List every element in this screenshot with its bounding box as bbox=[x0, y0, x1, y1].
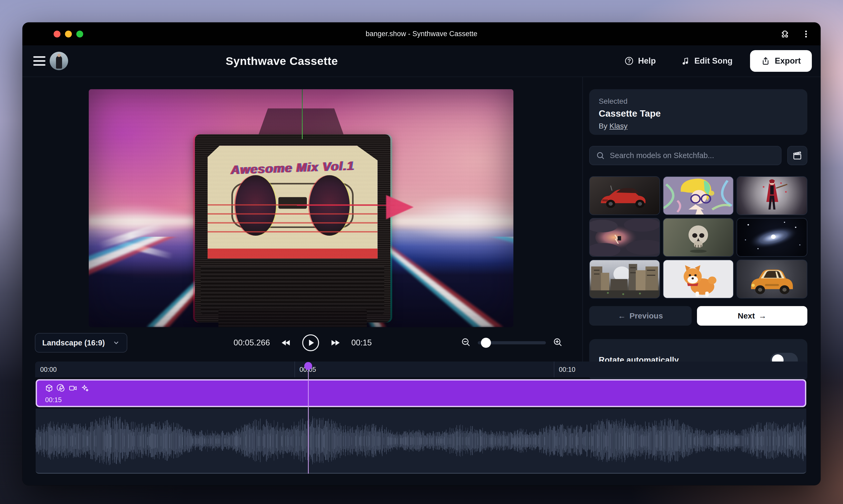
cube-icon bbox=[45, 384, 53, 392]
zoom-out-icon[interactable] bbox=[461, 337, 471, 348]
spiral-icon bbox=[57, 384, 65, 392]
ruler-tick-label: 00:00 bbox=[40, 366, 57, 373]
timeline-ruler[interactable]: 00:0000:0500:10 bbox=[35, 361, 807, 377]
model-sidebar: Selected Cassette Tape By Klasy ← Previo… bbox=[589, 77, 807, 361]
fast-forward-button[interactable] bbox=[330, 338, 341, 348]
model-clip[interactable]: 00:15 bbox=[36, 379, 806, 407]
rewind-button[interactable] bbox=[280, 338, 291, 348]
next-page-button[interactable]: Next → bbox=[697, 306, 808, 326]
music-note-icon bbox=[681, 56, 690, 66]
model-thumbnail[interactable] bbox=[737, 218, 807, 257]
edit-song-button[interactable]: Edit Song bbox=[681, 56, 733, 66]
model-thumbnail[interactable] bbox=[737, 176, 807, 215]
audio-waveform-track[interactable] bbox=[36, 409, 806, 474]
previous-page-button[interactable]: ← Previous bbox=[589, 306, 692, 326]
selected-model-panel: Selected Cassette Tape By Klasy bbox=[589, 89, 807, 135]
search-icon bbox=[596, 151, 605, 160]
maximize-window-button[interactable] bbox=[76, 31, 83, 37]
clip-track-icons bbox=[45, 384, 89, 392]
selected-model-name: Cassette Tape bbox=[599, 108, 798, 119]
total-duration: 00:15 bbox=[351, 338, 372, 347]
clip-duration-label: 00:15 bbox=[45, 396, 62, 404]
clapperboard-icon bbox=[792, 150, 803, 161]
sparkles-icon bbox=[81, 384, 89, 392]
zoom-in-icon[interactable] bbox=[553, 337, 563, 348]
browser-titlebar: banger.show - Synthwave Cassette bbox=[22, 22, 821, 46]
traffic-lights bbox=[22, 31, 83, 37]
author-link[interactable]: Klasy bbox=[609, 122, 627, 130]
close-window-button[interactable] bbox=[54, 31, 61, 37]
ruler-tick-line bbox=[554, 361, 554, 377]
playhead-handle[interactable] bbox=[304, 362, 312, 370]
timeline-zoom-slider[interactable] bbox=[478, 341, 546, 344]
my-models-button[interactable] bbox=[787, 146, 807, 165]
model-thumbnail[interactable] bbox=[589, 260, 660, 299]
ruler-tick-label: 00:10 bbox=[559, 366, 575, 373]
export-button[interactable]: Export bbox=[750, 50, 812, 72]
ruler-tick-line bbox=[294, 361, 295, 377]
playback-controls: Landscape (16:9) 00:05.266 00:15 bbox=[22, 333, 582, 353]
3d-viewport[interactable]: Awesome Mix Vol.1 bbox=[89, 89, 513, 327]
video-camera-icon bbox=[69, 384, 77, 392]
model-thumbnail[interactable] bbox=[663, 260, 734, 299]
arrow-right-icon: → bbox=[758, 311, 767, 320]
search-input[interactable] bbox=[610, 151, 775, 160]
chevron-down-icon bbox=[113, 339, 120, 346]
share-upload-icon bbox=[761, 56, 770, 66]
model-search-box[interactable] bbox=[589, 146, 781, 165]
project-title: Synthwave Cassette bbox=[226, 55, 338, 68]
app-header: Synthwave Cassette Help Edit Song Export bbox=[22, 46, 821, 77]
model-thumbnail[interactable] bbox=[737, 260, 807, 299]
model-thumbnail[interactable] bbox=[589, 176, 660, 215]
zoom-slider-knob[interactable] bbox=[481, 338, 491, 348]
sidebar-divider bbox=[582, 77, 583, 361]
model-thumbnail[interactable] bbox=[663, 176, 734, 215]
browser-menu-kebab-icon[interactable] bbox=[802, 30, 810, 38]
aspect-ratio-dropdown[interactable]: Landscape (16:9) bbox=[35, 333, 127, 353]
timeline: 00:0000:0500:10 00:15 bbox=[35, 361, 807, 474]
help-circle-icon bbox=[624, 56, 634, 66]
current-time: 00:05.266 bbox=[234, 338, 270, 347]
minimize-window-button[interactable] bbox=[65, 31, 72, 37]
help-button[interactable]: Help bbox=[624, 56, 656, 66]
user-avatar[interactable] bbox=[50, 52, 68, 70]
window-title: banger.show - Synthwave Cassette bbox=[365, 30, 477, 38]
play-button[interactable] bbox=[302, 334, 320, 352]
arrow-left-icon: ← bbox=[618, 311, 626, 320]
model-thumbnail[interactable] bbox=[589, 218, 660, 257]
extensions-puzzle-icon[interactable] bbox=[780, 30, 789, 38]
hamburger-menu-icon[interactable] bbox=[33, 56, 46, 66]
model-grid bbox=[589, 176, 807, 299]
model-thumbnail[interactable] bbox=[663, 218, 734, 257]
app-window: banger.show - Synthwave Cassette Synthwa… bbox=[22, 22, 821, 485]
